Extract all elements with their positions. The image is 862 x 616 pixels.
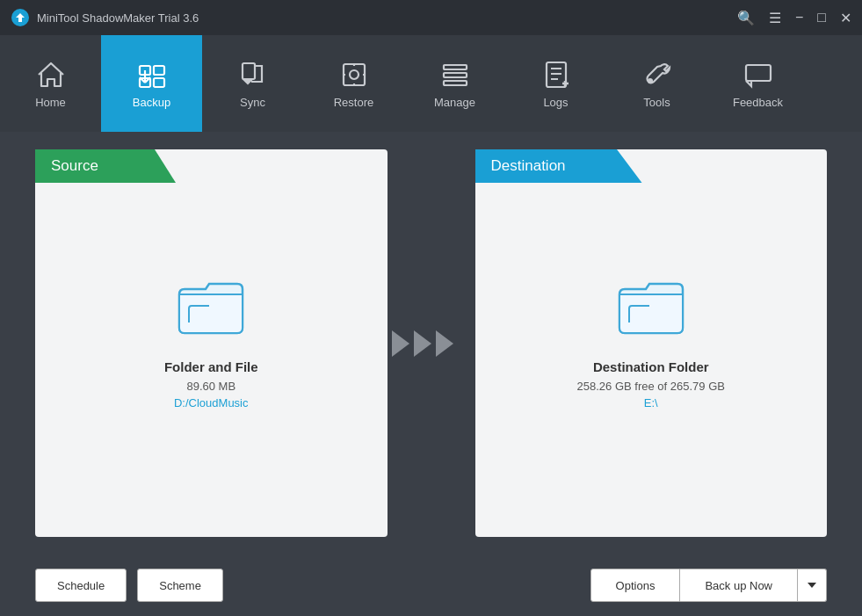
destination-label: Destination (491, 157, 566, 175)
nav-item-restore[interactable]: Restore (303, 35, 404, 132)
source-header-bg: Source (35, 149, 176, 183)
source-title: Folder and File (164, 359, 258, 374)
svg-point-7 (350, 70, 359, 79)
options-button[interactable]: Options (590, 569, 681, 602)
svg-rect-2 (154, 66, 164, 75)
svg-rect-6 (344, 64, 365, 85)
source-header: Source (35, 149, 176, 183)
destination-title: Destination Folder (593, 359, 709, 374)
svg-rect-13 (746, 65, 771, 81)
nav-item-sync[interactable]: Sync (202, 35, 303, 132)
close-icon[interactable]: ✕ (840, 10, 851, 26)
nav-item-tools[interactable]: Tools (606, 35, 707, 132)
svg-rect-5 (243, 63, 255, 79)
app-logo (11, 8, 30, 27)
menu-icon[interactable]: ☰ (769, 10, 781, 26)
nav-label-feedback: Feedback (733, 96, 783, 109)
svg-point-12 (648, 79, 652, 83)
source-panel[interactable]: Source Folder and File 89.60 MB D:/Cloud… (35, 149, 388, 537)
schedule-button[interactable]: Schedule (35, 569, 127, 602)
nav-label-manage: Manage (434, 96, 475, 109)
nav-label-home: Home (35, 96, 66, 109)
footer: Schedule Scheme Options Back up Now (0, 554, 862, 616)
feedback-icon (742, 59, 774, 91)
svg-rect-8 (444, 65, 467, 69)
sync-icon (237, 59, 269, 91)
nav-label-restore: Restore (334, 96, 374, 109)
svg-rect-9 (444, 73, 467, 77)
source-path: D:/CloudMusic (174, 396, 249, 409)
title-text: MiniTool ShadowMaker Trial 3.6 (37, 11, 199, 25)
arrow-chevrons (392, 322, 471, 366)
svg-marker-15 (414, 330, 431, 357)
title-bar-left: MiniTool ShadowMaker Trial 3.6 (11, 8, 199, 27)
footer-right: Options Back up Now (590, 569, 827, 602)
title-bar-controls: 🔍 ☰ − □ ✕ (737, 10, 851, 26)
source-size: 89.60 MB (186, 380, 235, 393)
footer-left: Schedule Scheme (35, 569, 223, 602)
nav-label-tools: Tools (643, 96, 670, 109)
svg-marker-16 (436, 330, 453, 357)
logs-icon (540, 59, 572, 91)
backup-icon (136, 59, 168, 91)
nav-bar: Home Backup Sync Restore (0, 35, 862, 132)
search-icon[interactable]: 🔍 (737, 10, 755, 26)
svg-marker-14 (392, 330, 409, 357)
nav-item-home[interactable]: Home (0, 35, 101, 132)
destination-header: Destination (475, 149, 642, 183)
backup-dropdown-button[interactable] (798, 569, 827, 602)
nav-label-logs: Logs (543, 96, 568, 109)
source-label: Source (51, 157, 98, 175)
scheme-button[interactable]: Scheme (137, 569, 223, 602)
destination-free-space: 258.26 GB free of 265.79 GB (577, 380, 725, 393)
restore-icon (338, 59, 370, 91)
destination-path: E:\ (644, 396, 658, 409)
nav-label-backup: Backup (133, 96, 170, 109)
svg-rect-4 (154, 78, 164, 87)
home-icon (35, 59, 67, 91)
arrow-area (388, 322, 475, 366)
tools-icon (641, 59, 673, 91)
backup-now-button[interactable]: Back up Now (680, 569, 798, 602)
manage-icon (439, 59, 471, 91)
svg-marker-17 (808, 583, 816, 588)
maximize-icon[interactable]: □ (817, 10, 826, 25)
main-content: Source Folder and File 89.60 MB D:/Cloud… (0, 132, 862, 554)
nav-item-feedback[interactable]: Feedback (707, 35, 808, 132)
svg-rect-10 (444, 81, 467, 85)
nav-item-logs[interactable]: Logs (505, 35, 606, 132)
nav-item-backup[interactable]: Backup (101, 35, 202, 132)
chevron-down-icon (807, 580, 817, 591)
destination-folder-icon (616, 277, 686, 342)
minimize-icon[interactable]: − (795, 10, 803, 25)
destination-header-bg: Destination (475, 149, 642, 183)
nav-item-manage[interactable]: Manage (404, 35, 505, 132)
source-folder-icon (176, 277, 246, 342)
title-bar: MiniTool ShadowMaker Trial 3.6 🔍 ☰ − □ ✕ (0, 0, 862, 35)
nav-label-sync: Sync (240, 96, 265, 109)
destination-panel[interactable]: Destination Destination Folder 258.26 GB… (475, 149, 828, 537)
